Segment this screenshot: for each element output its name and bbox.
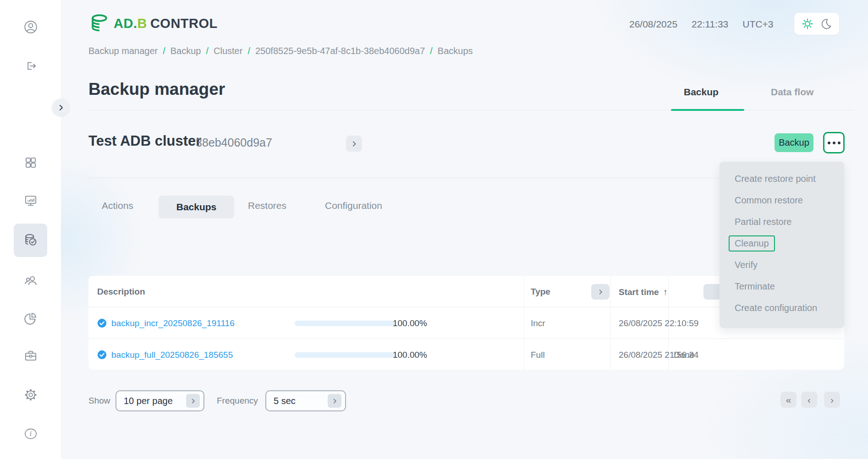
col-header-start-time: Start time↑: [619, 287, 668, 297]
cell-status: Done: [674, 350, 694, 360]
cell-type: Full: [531, 350, 545, 360]
pagination-next-button[interactable]: ›: [824, 392, 840, 408]
backup-link[interactable]: backup_incr_20250826_191116: [111, 318, 235, 328]
actions-dropdown-menu: Create restore point Common restore Part…: [720, 162, 844, 328]
chevron-right-icon: [352, 141, 357, 147]
col-header-description: Description: [97, 287, 145, 297]
active-tab-underline: [671, 109, 744, 111]
reports-icon[interactable]: [22, 310, 39, 327]
svg-text:i: i: [30, 430, 32, 437]
menu-item-terminate[interactable]: Terminate: [720, 276, 844, 297]
table-row[interactable]: backup_full_20250826_185655 100.00% Full…: [88, 339, 844, 370]
breadcrumb-separator: /: [206, 46, 209, 56]
show-label: Show: [88, 396, 110, 406]
logout-icon[interactable]: [22, 58, 39, 74]
cluster-expand-button[interactable]: [346, 136, 362, 152]
frequency-value: 5 sec: [274, 396, 296, 406]
app-logo[interactable]: AD.BCONTROL: [89, 13, 218, 34]
breadcrumb-backups[interactable]: Backups: [438, 46, 473, 56]
tab-backup[interactable]: Backup: [684, 87, 719, 98]
cluster-name: Test ADB cluster: [88, 133, 201, 149]
ellipsis-icon: [828, 142, 830, 144]
backup-manager-app: i AD.BCONTROL 26/08/2025 22:11:33 UTC+3: [0, 0, 868, 459]
breadcrumb-separator: /: [430, 46, 433, 56]
backup-button[interactable]: Backup: [775, 133, 813, 152]
breadcrumb-separator: /: [247, 46, 250, 56]
ellipsis-icon: [838, 142, 841, 144]
logo-database-icon: [89, 13, 110, 34]
sort-ascending-icon[interactable]: ↑: [663, 287, 668, 297]
success-check-icon: [97, 350, 107, 361]
start-time-filter-button[interactable]: [703, 284, 722, 300]
menu-item-create-configuration[interactable]: Create configuration: [720, 297, 844, 319]
ellipsis-icon: [833, 142, 835, 144]
progress-value: 100.00%: [390, 350, 427, 360]
menu-item-cleanup[interactable]: Cleanup: [720, 233, 844, 254]
light-theme-icon[interactable]: [802, 18, 813, 30]
page-title: Backup manager: [88, 80, 225, 99]
menu-item-partial-restore[interactable]: Partial restore: [720, 211, 844, 233]
info-icon[interactable]: i: [22, 426, 39, 442]
cell-start-time: 26/08/2025 22:10:59: [619, 318, 698, 328]
pagination-first-button[interactable]: «: [780, 392, 797, 408]
breadcrumb-backup-manager[interactable]: Backup manager: [88, 46, 158, 56]
menu-item-create-restore-point[interactable]: Create restore point: [720, 168, 844, 190]
user-icon[interactable]: [22, 19, 39, 35]
progress-value: 100.00%: [390, 318, 427, 328]
col-header-type: Type: [531, 287, 550, 297]
backup-manager-icon[interactable]: [22, 232, 39, 248]
theme-toggle: [794, 13, 839, 35]
logo-text-primary: AD.: [114, 16, 137, 31]
backup-link[interactable]: backup_full_20250826_185655: [111, 350, 233, 360]
breadcrumb: Backup manager / Backup / Cluster / 250f…: [88, 46, 473, 56]
chevron-right-icon: [332, 399, 337, 404]
chevron-right-icon: [191, 399, 196, 404]
timezone: UTC+3: [742, 19, 773, 30]
pagination-prev-button[interactable]: ‹: [801, 392, 817, 408]
page-size-select[interactable]: 10 per page: [115, 390, 204, 411]
cell-type: Incr: [531, 318, 545, 328]
select-expand-button[interactable]: [186, 394, 200, 408]
settings-icon[interactable]: [22, 387, 39, 403]
breadcrumb-cluster-uuid[interactable]: 250f8525-9e5b-47af-8c1b-38eb4060d9a7: [255, 46, 425, 56]
select-expand-button[interactable]: [328, 394, 341, 408]
current-date: 26/08/2025: [629, 19, 677, 30]
progress-bar: [295, 352, 395, 358]
success-check-icon: [97, 318, 107, 330]
type-filter-button[interactable]: [591, 284, 610, 300]
sidebar-expand-button[interactable]: [52, 99, 69, 116]
monitoring-icon[interactable]: [22, 192, 39, 209]
menu-item-common-restore[interactable]: Common restore: [720, 190, 844, 211]
breadcrumb-separator: /: [163, 46, 165, 56]
tab-data-flow[interactable]: Data flow: [771, 87, 813, 98]
tab-backups-active[interactable]: Backups: [159, 196, 234, 219]
dashboard-icon[interactable]: [22, 154, 39, 171]
cluster-id: 38eb4060d9a7: [196, 136, 272, 149]
chevron-right-icon: [598, 290, 603, 295]
tab-configuration[interactable]: Configuration: [325, 200, 382, 211]
datetime-display: 26/08/2025 22:11:33 UTC+3: [629, 19, 773, 30]
progress-bar: [295, 321, 395, 326]
dark-theme-icon[interactable]: [820, 18, 832, 30]
frequency-label: Frequency: [217, 396, 258, 406]
page-size-value: 10 per page: [124, 396, 173, 406]
breadcrumb-backup[interactable]: Backup: [170, 46, 201, 56]
tab-restores[interactable]: Restores: [248, 200, 286, 211]
logo-text-b: B: [137, 16, 147, 31]
frequency-select[interactable]: 5 sec: [265, 390, 346, 411]
tab-actions[interactable]: Actions: [102, 200, 133, 211]
users-icon[interactable]: [22, 272, 39, 289]
current-time: 22:11:33: [692, 19, 728, 30]
cleanup-highlight-outline: Cleanup: [729, 235, 775, 251]
menu-item-verify[interactable]: Verify: [720, 254, 844, 276]
breadcrumb-cluster[interactable]: Cluster: [214, 46, 242, 56]
jobs-icon[interactable]: [22, 348, 39, 364]
more-actions-button[interactable]: [823, 132, 845, 153]
logo-text-secondary: CONTROL: [150, 16, 218, 31]
sidebar: i: [0, 0, 61, 459]
